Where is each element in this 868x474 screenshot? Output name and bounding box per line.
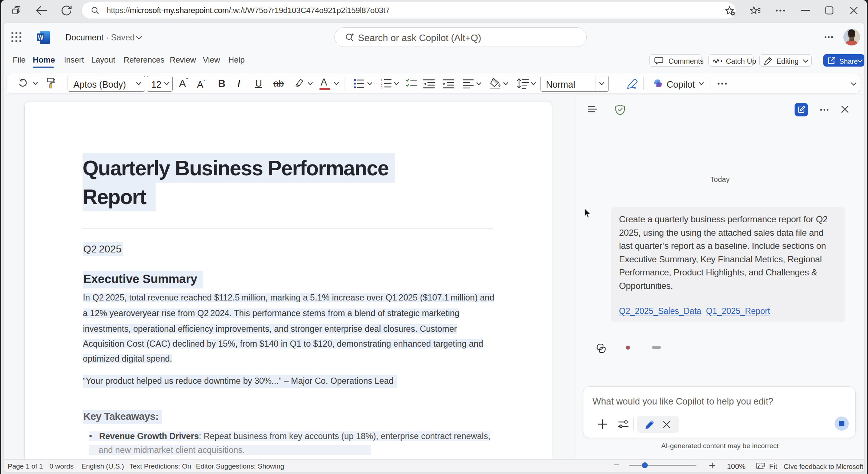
svg-text:1: 1	[381, 78, 382, 82]
svg-text:2: 2	[381, 82, 382, 85]
svg-text:3: 3	[381, 85, 382, 89]
svg-text:W: W	[38, 35, 44, 41]
